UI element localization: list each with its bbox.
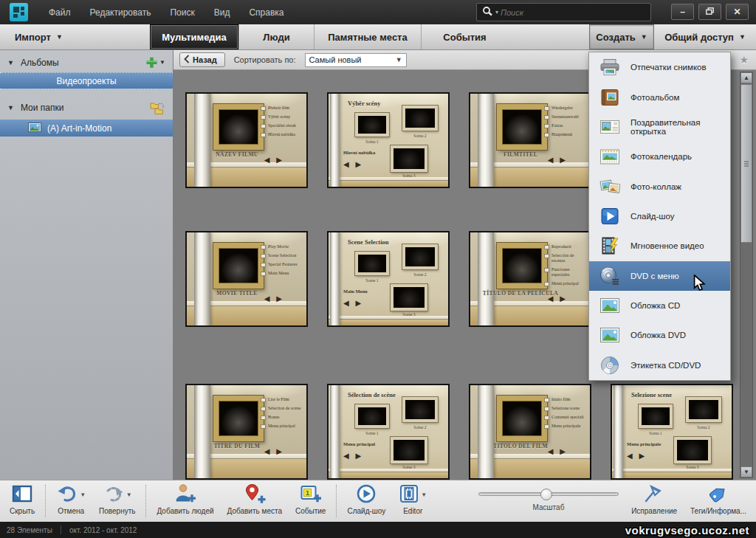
column [194, 232, 210, 325]
manage-folders-icon[interactable] [149, 101, 165, 115]
action-tool[interactable]: Скрыть [3, 480, 41, 522]
action-tool[interactable]: Добавить людей [150, 480, 220, 522]
chevron-down-icon[interactable]: ▼ [126, 492, 132, 498]
zoom-slider-handle[interactable] [540, 489, 552, 500]
instant-video-icon [599, 235, 621, 256]
slideshow-icon [599, 206, 621, 227]
collapse-triangle-icon[interactable]: ▼ [7, 104, 14, 111]
create-menu-item[interactable]: Фотоальбом [589, 82, 730, 111]
create-button[interactable]: Создать▼ [589, 24, 654, 49]
scene-label: Scène 3 [391, 465, 427, 469]
menubar-item[interactable]: Поиск [160, 0, 204, 24]
add-person-icon [174, 483, 196, 506]
menubar-item[interactable]: Файл [39, 0, 80, 24]
nav-arrows-icon: ◀ ▶ [343, 160, 363, 168]
watermark: vokrugvsego.ucoz.net [625, 524, 749, 537]
template-thumbnail[interactable]: TITRE DU FILMLire le FilmSélection de sc… [185, 384, 308, 480]
template-thumbnail[interactable]: Selezione sceneScena 1Scena 2Scena 3Menu… [611, 384, 733, 480]
tab-1[interactable]: Мультимедиа [150, 24, 238, 49]
tab-3[interactable]: Памятные места [314, 24, 421, 49]
ratings-star-icon[interactable]: ★ [739, 54, 749, 66]
folders-header[interactable]: ▼ Мои папки [0, 98, 173, 117]
search-box[interactable]: ▾ [476, 3, 651, 21]
scene-frame [391, 145, 427, 172]
chevron-down-icon[interactable]: ▼ [80, 492, 86, 498]
add-album-button[interactable]: ▼ [145, 56, 165, 69]
create-menu-item[interactable]: DVD с меню [589, 261, 730, 291]
action-tool-label: Скрыть [10, 507, 35, 515]
scene-frame [686, 397, 721, 422]
back-button[interactable]: Назад [179, 52, 225, 67]
zoom-slider[interactable] [478, 492, 619, 496]
scroll-down-button[interactable]: ▼ [740, 466, 752, 477]
action-tool[interactable]: Исправление [625, 480, 684, 522]
menu-item-label: Lire le Film [261, 397, 303, 402]
scene-frame [402, 244, 438, 269]
albums-header[interactable]: ▼ Альбомы ▼ [0, 53, 173, 72]
minimize-button[interactable]: – [671, 4, 694, 20]
action-tool[interactable]: Добавить места [221, 480, 289, 522]
menubar-item[interactable]: Вид [205, 0, 240, 24]
tabs: МультимедиаЛюдиПамятные местаСобытия [150, 24, 508, 49]
action-tool[interactable]: Теги/Информа... [684, 480, 753, 522]
action-tool-label: Отмена [58, 507, 84, 515]
separator [336, 485, 337, 517]
search-scope-caret-icon[interactable]: ▾ [495, 9, 498, 15]
template-thumbnail[interactable]: MOVIE TITLEPlay MovieScene SelectionSpec… [185, 231, 308, 327]
action-tool[interactable]: ▼Отмена [49, 480, 92, 522]
rotate-icon [103, 484, 125, 505]
menu-item-label: Special Features [261, 262, 303, 267]
share-button[interactable]: Общий доступ▼ [654, 24, 756, 49]
template-thumbnail[interactable]: Výběr scényScéna 1Scéna 2Scéna 3Hlavní n… [327, 92, 450, 188]
create-menu-item[interactable]: Фото-коллаж [589, 171, 730, 201]
tool-group: Добавить людейДобавить места1Событие [150, 480, 332, 522]
search-input[interactable] [501, 8, 626, 17]
template-thumbnail[interactable]: FILMTITELWiedergabeSzenenauswahlExtrasHa… [469, 92, 591, 188]
chevron-down-icon[interactable]: ▼ [421, 492, 427, 498]
tool-group: ▼Отмена▼Повернуть [49, 480, 142, 522]
create-menu-item-label: DVD с меню [630, 272, 679, 280]
template-thumbnail[interactable]: TITOLO DEL FILMInizio filmSelezione scen… [469, 384, 591, 480]
close-button[interactable]: ✕ [726, 4, 749, 20]
menubar-item[interactable]: Справка [239, 0, 293, 24]
action-tool[interactable]: Слайд-шоу [340, 480, 392, 522]
sort-dropdown[interactable]: Самый новый▼ [305, 53, 407, 67]
folder-item-label: (A) Art-in-Motion [47, 123, 111, 134]
template-thumbnail[interactable]: NÁZEV FILMUPřehrát filmVýběr scénySpeciá… [185, 92, 308, 188]
tab-2[interactable]: Люди [238, 24, 314, 49]
collapse-triangle-icon[interactable]: ▼ [7, 59, 14, 66]
menu-item-label: Inizio film [544, 397, 587, 402]
action-tool[interactable]: 1Событие [289, 480, 332, 522]
folder-item[interactable]: (A) Art-in-Motion [0, 120, 173, 137]
create-menu-item[interactable]: Фотокалендарь [589, 142, 730, 171]
template-thumbnail[interactable]: TÍTULO DE LA PELÍCULAReproducirSelección… [469, 231, 591, 327]
scroll-up-button[interactable]: ▲ [740, 72, 752, 83]
create-menu-item[interactable]: Обложка CD [589, 291, 730, 320]
template-thumbnail[interactable]: Scene SelectionScene 1Scene 2Scene 3Main… [327, 231, 450, 327]
restore-button[interactable] [698, 4, 721, 20]
create-menu-item[interactable]: Слайд-шоу [589, 201, 730, 231]
action-tool-label: Добавить места [227, 507, 282, 515]
grid-scrollbar[interactable]: ▲ ▼ [740, 72, 753, 478]
create-dropdown-menu: Отпечатки снимковФотоальбомПоздравительн… [588, 52, 731, 381]
app-logo-icon [10, 3, 28, 21]
create-menu-item-label: Мгновенное видео [630, 241, 704, 250]
action-tools-left: Скрыть▼Отмена▼ПовернутьДобавить людейДоб… [3, 480, 433, 522]
slideshow-play-icon [356, 483, 377, 506]
create-menu-item[interactable]: Отпечатки снимков [589, 52, 730, 82]
create-menu-item[interactable]: Обложка DVD [589, 320, 730, 350]
action-tool[interactable]: ▼Повернуть [92, 480, 142, 522]
album-item[interactable]: Видеопроекты [0, 72, 173, 89]
menubar-item[interactable]: Редактировать [80, 0, 161, 24]
action-tool[interactable]: ▼Editor [392, 480, 433, 522]
tab-4[interactable]: События [421, 24, 508, 49]
import-button[interactable]: Импорт▼ [0, 24, 150, 49]
scene-frame [402, 106, 438, 131]
create-menu-item[interactable]: Мгновенное видео [589, 231, 730, 261]
create-menu-item[interactable]: Этикетка CD/DVD [589, 351, 730, 380]
template-thumbnail[interactable]: Sélection de scèneScène 1Scène 2Scène 3M… [327, 384, 450, 480]
menu-items: WiedergabeSzenenauswahlExtrasHauptmenü [544, 106, 587, 137]
scene-label: Scene 3 [391, 312, 427, 317]
create-menu-item[interactable]: Поздравительная открытка [589, 112, 730, 142]
scrollbar-thumb[interactable] [740, 84, 752, 243]
